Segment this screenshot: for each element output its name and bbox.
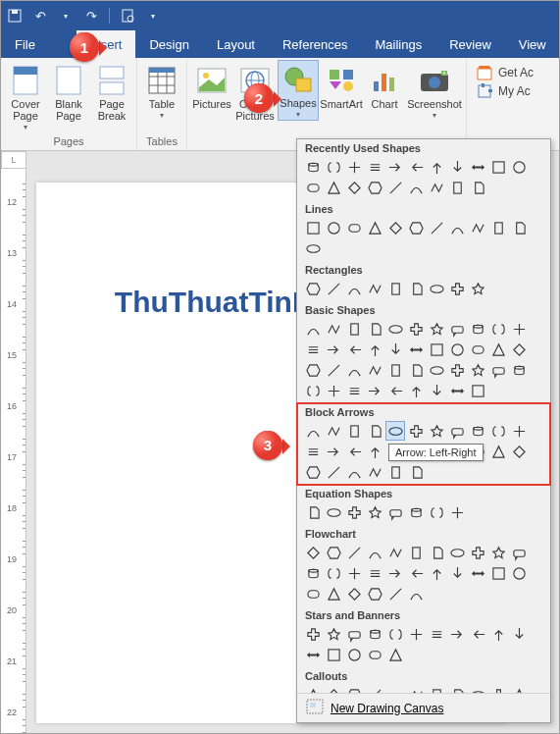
shape-item[interactable] xyxy=(468,563,487,583)
shape-item[interactable] xyxy=(447,685,467,693)
shape-item[interactable] xyxy=(324,157,343,177)
shape-item[interactable] xyxy=(509,685,529,693)
shape-item[interactable] xyxy=(406,543,426,562)
shape-item[interactable] xyxy=(447,360,467,380)
shape-item[interactable] xyxy=(365,543,384,562)
shape-item[interactable] xyxy=(303,319,323,339)
shape-item[interactable] xyxy=(488,360,508,380)
shape-item[interactable] xyxy=(324,462,343,482)
shape-item[interactable] xyxy=(406,319,426,339)
shape-item[interactable] xyxy=(488,218,508,237)
shape-item[interactable] xyxy=(406,360,426,380)
shape-item[interactable] xyxy=(385,563,405,583)
shape-item[interactable] xyxy=(447,218,467,237)
shape-item[interactable] xyxy=(344,360,364,380)
shape-item[interactable] xyxy=(509,319,529,339)
shape-item[interactable] xyxy=(427,502,446,522)
shape-item[interactable] xyxy=(365,645,384,664)
shape-item[interactable] xyxy=(344,584,364,603)
shape-item[interactable] xyxy=(509,340,529,359)
shape-item[interactable] xyxy=(427,157,446,177)
shape-item[interactable] xyxy=(427,178,446,197)
shape-item[interactable] xyxy=(447,178,467,197)
shape-item[interactable] xyxy=(468,340,487,359)
shape-item[interactable] xyxy=(303,381,323,400)
shape-item[interactable] xyxy=(344,157,364,177)
shape-item[interactable] xyxy=(324,178,343,197)
shape-item[interactable] xyxy=(303,238,323,258)
shape-item[interactable] xyxy=(324,421,343,441)
shape-item[interactable] xyxy=(468,624,487,644)
shape-item[interactable] xyxy=(406,178,426,197)
shape-item[interactable] xyxy=(427,421,446,441)
shape-item[interactable] xyxy=(468,218,487,237)
shape-item[interactable] xyxy=(344,218,364,237)
shape-item[interactable] xyxy=(365,462,384,482)
shape-item[interactable] xyxy=(324,584,343,603)
shape-item[interactable] xyxy=(365,624,384,644)
shape-item[interactable] xyxy=(447,421,467,441)
shape-item[interactable] xyxy=(447,340,467,359)
screenshot-button[interactable]: + Screenshot ▾ xyxy=(407,61,462,121)
shape-item[interactable] xyxy=(468,381,487,400)
shape-item[interactable] xyxy=(509,157,529,177)
shape-item[interactable] xyxy=(385,421,405,441)
shape-item[interactable] xyxy=(447,279,467,298)
shape-item[interactable] xyxy=(365,340,384,359)
table-button[interactable]: Table ▾ xyxy=(141,61,182,121)
shape-item[interactable] xyxy=(365,157,384,177)
shapes-button[interactable]: Shapes ▾ xyxy=(278,60,319,121)
shape-item[interactable] xyxy=(344,319,364,339)
pictures-button[interactable]: Pictures xyxy=(191,61,232,110)
shape-item[interactable] xyxy=(324,685,343,693)
shape-item[interactable] xyxy=(365,563,384,583)
shape-item[interactable] xyxy=(324,360,343,380)
shape-item[interactable] xyxy=(385,645,405,664)
shape-item[interactable] xyxy=(365,218,384,237)
shape-item[interactable] xyxy=(509,421,529,441)
shape-item[interactable] xyxy=(303,360,323,380)
shape-item[interactable] xyxy=(344,279,364,298)
tab-layout[interactable]: Layout xyxy=(203,30,269,58)
shape-item[interactable] xyxy=(365,360,384,380)
shape-item[interactable] xyxy=(365,279,384,298)
shape-item[interactable] xyxy=(447,543,467,562)
new-drawing-canvas-button[interactable]: New Drawing Canvas xyxy=(297,693,550,722)
shape-item[interactable] xyxy=(324,381,343,400)
shape-item[interactable] xyxy=(447,157,467,177)
shape-item[interactable] xyxy=(324,624,343,644)
shape-item[interactable] xyxy=(385,381,405,400)
smartart-button[interactable]: SmartArt xyxy=(321,61,362,110)
shape-item[interactable] xyxy=(488,543,508,562)
shape-item[interactable] xyxy=(344,178,364,197)
shape-item[interactable] xyxy=(509,563,529,583)
shape-item[interactable] xyxy=(406,157,426,177)
shape-item[interactable] xyxy=(365,442,384,461)
shape-item[interactable] xyxy=(344,381,364,400)
shape-item[interactable] xyxy=(324,319,343,339)
shape-item[interactable] xyxy=(385,543,405,562)
shape-item[interactable] xyxy=(385,360,405,380)
shape-item[interactable] xyxy=(303,624,323,644)
cover-page-button[interactable]: Cover Page ▾ xyxy=(5,61,46,132)
shape-item[interactable] xyxy=(365,584,384,603)
page-break-button[interactable]: Page Break xyxy=(91,61,132,122)
shape-item[interactable] xyxy=(427,381,446,400)
tab-file[interactable]: File xyxy=(1,30,49,58)
ruler-corner[interactable]: L xyxy=(1,151,26,169)
shape-item[interactable] xyxy=(303,645,323,664)
print-preview-icon[interactable] xyxy=(120,8,135,24)
shape-item[interactable] xyxy=(365,381,384,400)
shape-item[interactable] xyxy=(468,360,487,380)
shape-item[interactable] xyxy=(427,279,446,298)
shape-item[interactable] xyxy=(509,624,529,644)
shape-item[interactable] xyxy=(488,421,508,441)
shape-item[interactable] xyxy=(303,279,323,298)
shape-item[interactable] xyxy=(324,502,343,522)
shape-item[interactable] xyxy=(447,624,467,644)
shape-item[interactable] xyxy=(324,340,343,359)
shape-item[interactable] xyxy=(344,502,364,522)
shape-item[interactable] xyxy=(427,624,446,644)
tab-mailings[interactable]: Mailings xyxy=(361,30,435,58)
shape-item[interactable] xyxy=(324,279,343,298)
